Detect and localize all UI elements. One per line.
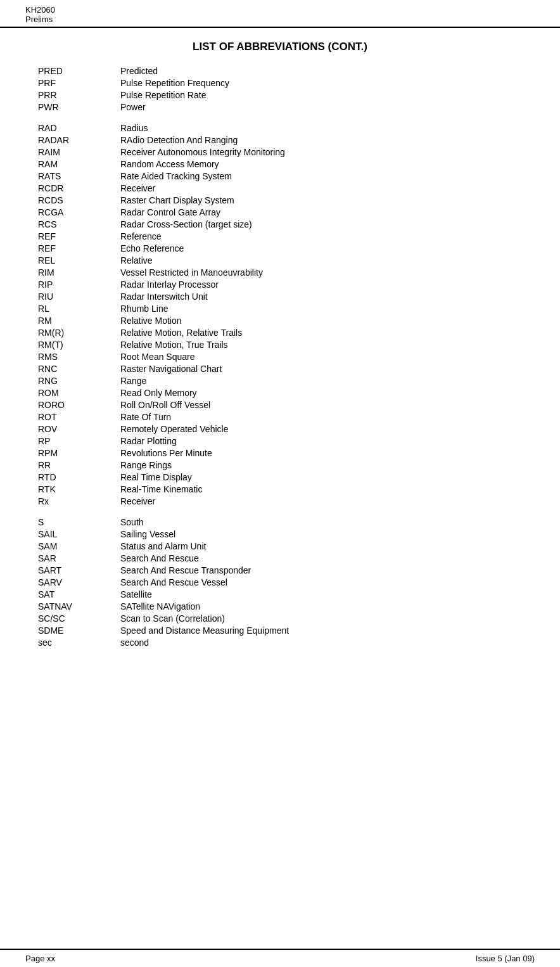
abbreviation: REF bbox=[38, 230, 120, 242]
definition: Scan to Scan (Correlation) bbox=[120, 612, 522, 624]
abbreviation: PRF bbox=[38, 77, 120, 89]
list-item: RMSRoot Mean Square bbox=[38, 350, 522, 362]
definition: Real Time Display bbox=[120, 471, 522, 483]
list-item: SAILSailing Vessel bbox=[38, 528, 522, 540]
abbreviation: SARV bbox=[38, 576, 120, 588]
abbreviation: RADAR bbox=[38, 134, 120, 146]
definition: Sailing Vessel bbox=[120, 528, 522, 540]
footer-right: Issue 5 (Jan 09) bbox=[476, 954, 535, 963]
abbreviation: RIP bbox=[38, 278, 120, 290]
list-item: RNCRaster Navigational Chart bbox=[38, 362, 522, 375]
list-item: RELRelative bbox=[38, 254, 522, 266]
list-item: RADRadius bbox=[38, 122, 522, 134]
definition: Roll On/Roll Off Vessel bbox=[120, 399, 522, 411]
page-footer: Page xx Issue 5 (Jan 09) bbox=[0, 949, 560, 967]
definition: Random Access Memory bbox=[120, 158, 522, 170]
group-spacer bbox=[38, 113, 522, 122]
abbreviation: RCGA bbox=[38, 206, 120, 218]
abbreviation: RCDR bbox=[38, 182, 120, 194]
list-item: RCDRReceiver bbox=[38, 182, 522, 194]
definition: Radar Interswitch Unit bbox=[120, 290, 522, 302]
page-header: KH2060 Prelims bbox=[0, 0, 560, 28]
abbreviation: ROT bbox=[38, 411, 120, 423]
abbreviation: SATNAV bbox=[38, 600, 120, 612]
definition: Pulse Repetition Frequency bbox=[120, 77, 522, 89]
list-item: RCGARadar Control Gate Array bbox=[38, 206, 522, 218]
list-item: RIURadar Interswitch Unit bbox=[38, 290, 522, 302]
abbreviation: PRR bbox=[38, 89, 120, 101]
list-item: PRRPulse Repetition Rate bbox=[38, 89, 522, 101]
abbreviation: RM(T) bbox=[38, 338, 120, 350]
definition: Search And Rescue bbox=[120, 552, 522, 564]
list-item: RNGRange bbox=[38, 375, 522, 387]
definition: second bbox=[120, 636, 522, 648]
definition: Radar Control Gate Array bbox=[120, 206, 522, 218]
definition: Revolutions Per Minute bbox=[120, 447, 522, 459]
list-item: SARSearch And Rescue bbox=[38, 552, 522, 564]
list-item: ROVRemotely Operated Vehicle bbox=[38, 423, 522, 435]
list-item: RMRelative Motion bbox=[38, 314, 522, 326]
definition: Relative Motion, Relative Trails bbox=[120, 326, 522, 338]
list-item: REFEcho Reference bbox=[38, 242, 522, 254]
abbreviation: RAIM bbox=[38, 146, 120, 158]
definition: Real-Time Kinematic bbox=[120, 483, 522, 495]
list-item: RTDReal Time Display bbox=[38, 471, 522, 483]
list-item: ROMRead Only Memory bbox=[38, 387, 522, 399]
definition: Relative Motion, True Trails bbox=[120, 338, 522, 350]
list-item: RIMVessel Restricted in Manoeuvrability bbox=[38, 266, 522, 278]
abbreviation: RORO bbox=[38, 399, 120, 411]
definition: RAdio Detection And Ranging bbox=[120, 134, 522, 146]
list-item: SATSatellite bbox=[38, 588, 522, 600]
abbreviation: SAT bbox=[38, 588, 120, 600]
definition: Radar Cross-Section (target size) bbox=[120, 218, 522, 230]
list-item: RADARRAdio Detection And Ranging bbox=[38, 134, 522, 146]
abbreviation: SART bbox=[38, 564, 120, 576]
abbreviation: RCDS bbox=[38, 194, 120, 206]
definition: Reference bbox=[120, 230, 522, 242]
definition: Status and Alarm Unit bbox=[120, 540, 522, 552]
abbreviation: RP bbox=[38, 435, 120, 447]
definition: Rhumb Line bbox=[120, 302, 522, 314]
list-item: REFReference bbox=[38, 230, 522, 242]
definition: Speed and Distance Measuring Equipment bbox=[120, 624, 522, 636]
abbreviation: S bbox=[38, 516, 120, 528]
abbreviation: RM bbox=[38, 314, 120, 326]
abbreviation: SAIL bbox=[38, 528, 120, 540]
abbreviation: ROV bbox=[38, 423, 120, 435]
list-item: SATNAVSATellite NAVigation bbox=[38, 600, 522, 612]
definition: Raster Navigational Chart bbox=[120, 362, 522, 375]
list-item: RTKReal-Time Kinematic bbox=[38, 483, 522, 495]
abbreviation: RAM bbox=[38, 158, 120, 170]
abbreviation: RCS bbox=[38, 218, 120, 230]
abbreviation: ROM bbox=[38, 387, 120, 399]
header-line1: KH2060 bbox=[25, 5, 535, 15]
definition: Read Only Memory bbox=[120, 387, 522, 399]
list-item: RIPRadar Interlay Processor bbox=[38, 278, 522, 290]
abbreviation: SDME bbox=[38, 624, 120, 636]
definition: Radar Interlay Processor bbox=[120, 278, 522, 290]
list-item: RORORoll On/Roll Off Vessel bbox=[38, 399, 522, 411]
abbreviation: SAM bbox=[38, 540, 120, 552]
group-spacer bbox=[38, 507, 522, 516]
definition: SATellite NAVigation bbox=[120, 600, 522, 612]
list-item: RRRange Rings bbox=[38, 459, 522, 471]
definition: Receiver Autonomous Integrity Monitoring bbox=[120, 146, 522, 158]
abbreviation: RNC bbox=[38, 362, 120, 375]
header-line2: Prelims bbox=[25, 15, 535, 24]
definition: Search And Rescue Transponder bbox=[120, 564, 522, 576]
abbreviation: RATS bbox=[38, 170, 120, 182]
definition: Range bbox=[120, 375, 522, 387]
abbreviation: RIM bbox=[38, 266, 120, 278]
definition: Raster Chart Display System bbox=[120, 194, 522, 206]
list-item: SAMStatus and Alarm Unit bbox=[38, 540, 522, 552]
abbreviation: SAR bbox=[38, 552, 120, 564]
page-title: LIST OF ABBREVIATIONS (CONT.) bbox=[38, 41, 522, 53]
list-item: RCDSRaster Chart Display System bbox=[38, 194, 522, 206]
definition: Rate Of Turn bbox=[120, 411, 522, 423]
definition: Echo Reference bbox=[120, 242, 522, 254]
abbreviation: Rx bbox=[38, 495, 120, 507]
list-item: PREDPredicted bbox=[38, 65, 522, 77]
list-item: secsecond bbox=[38, 636, 522, 648]
list-item: RPMRevolutions Per Minute bbox=[38, 447, 522, 459]
abbreviation: RAD bbox=[38, 122, 120, 134]
